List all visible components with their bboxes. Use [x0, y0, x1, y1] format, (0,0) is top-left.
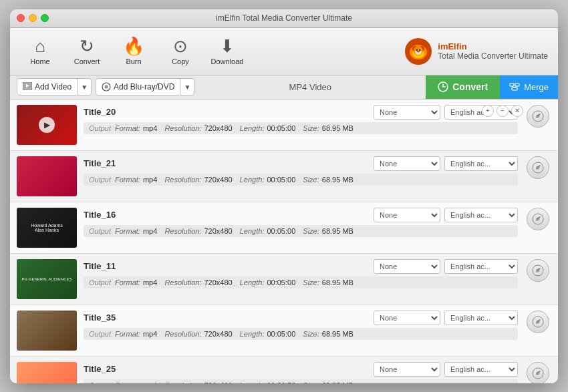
video-action	[525, 259, 551, 282]
edit-button[interactable]	[527, 259, 549, 282]
remove-ctrl-button[interactable]: −	[496, 105, 509, 117]
list-item: Title_21 None English ac... Output Forma…	[10, 151, 558, 202]
convert-label: Convert	[74, 57, 100, 65]
size-key: Size:	[303, 381, 319, 383]
maximize-button[interactable]	[41, 14, 49, 22]
video-thumbnail-3: PG GENERAL AUDIENCES	[17, 259, 77, 299]
output-label: Output	[89, 227, 111, 235]
add-bluray-dropdown-arrow[interactable]: ▼	[180, 79, 194, 95]
edit-button[interactable]	[527, 208, 549, 230]
edit-button[interactable]	[527, 311, 549, 333]
format-key: Format:	[115, 330, 140, 338]
audio-select[interactable]: English ac...	[444, 259, 518, 274]
length-key: Length:	[240, 381, 265, 383]
output-label: Output	[89, 176, 111, 184]
svg-rect-18	[512, 87, 517, 90]
resolution-key: Resolution:	[164, 278, 201, 286]
home-label: Home	[30, 57, 49, 65]
list-item: Title_35 None English ac... Output Forma…	[10, 305, 558, 357]
convert-button[interactable]: ↻ Convert	[63, 32, 110, 71]
add-video-button[interactable]: Add Video	[17, 79, 78, 95]
length-val: 00:02:53	[267, 381, 295, 383]
logo: imElfin Total Media Converter Ultimate	[404, 37, 548, 65]
burn-button[interactable]: 🔥 Burn	[110, 32, 157, 71]
svg-point-8	[419, 49, 421, 51]
copy-button[interactable]: ⊙ Copy	[157, 32, 204, 71]
subtitle-select[interactable]: None	[374, 362, 440, 377]
subtitle-select[interactable]: None	[374, 105, 440, 120]
add-ctrl-button[interactable]: +	[482, 105, 494, 117]
video-title: Title_11	[84, 261, 116, 271]
video-info-1: Title_21 None English ac... Output Forma…	[84, 156, 518, 186]
size-key: Size:	[303, 330, 319, 338]
edit-button[interactable]	[527, 362, 549, 383]
toolbar: ⌂ Home ↻ Convert 🔥 Burn ⊙ Copy ⬇ Downloa…	[10, 28, 558, 75]
minimize-button[interactable]	[29, 14, 37, 22]
edit-button[interactable]	[527, 105, 549, 128]
window-title: imElfin Total Media Converter Ultimate	[216, 13, 352, 23]
add-video-label: Add Video	[35, 82, 72, 91]
video-thumbnail-5	[17, 362, 77, 383]
video-title-row: Title_35 None English ac...	[84, 311, 518, 325]
video-selects: None English ac...	[374, 311, 518, 325]
size-val: 68.95 MB	[322, 330, 353, 338]
video-title: Title_20	[84, 107, 116, 117]
home-button[interactable]: ⌂ Home	[17, 32, 63, 71]
edit-icon	[532, 264, 544, 276]
burn-label: Burn	[126, 57, 141, 65]
length-key: Length:	[240, 227, 265, 235]
svg-point-9	[417, 51, 420, 52]
video-meta: Output Format: mp4 Resolution: 720x480 L…	[84, 174, 518, 186]
list-item: ▶ Title_20 None English ac... Output For…	[10, 100, 558, 151]
subtitle-select[interactable]: None	[374, 208, 440, 222]
video-list: ▶ Title_20 None English ac... Output For…	[10, 100, 558, 383]
logo-product: Total Media Converter Ultimate	[438, 51, 548, 61]
play-button[interactable]: ▶	[39, 117, 55, 133]
subtitle-select[interactable]: None	[374, 311, 440, 325]
audio-select[interactable]: English ac...	[444, 311, 518, 325]
download-icon: ⬇	[220, 37, 235, 55]
edit-button[interactable]	[527, 156, 549, 179]
add-video-dropdown-arrow[interactable]: ▼	[78, 79, 91, 95]
convert-button-action[interactable]: Convert	[426, 75, 500, 99]
download-button[interactable]: ⬇ Download	[204, 32, 251, 71]
audio-select[interactable]: English ac...	[444, 362, 518, 377]
close-button[interactable]	[17, 14, 25, 22]
edit-icon	[532, 213, 544, 225]
video-selects: None English ac...	[374, 156, 518, 171]
format-val: mp4	[143, 330, 157, 338]
resolution-val: 720x480	[204, 381, 232, 383]
output-label: Output	[89, 278, 111, 286]
video-thumbnail-1	[17, 156, 77, 196]
svg-rect-17	[515, 83, 519, 86]
output-label: Output	[89, 330, 111, 338]
video-meta: Output Format: mp4 Resolution: 720x480 L…	[84, 328, 518, 340]
format-key: Format:	[115, 176, 140, 184]
video-info-2: Title_16 None English ac... Output Forma…	[84, 208, 518, 237]
video-title-row: Title_16 None English ac...	[84, 208, 518, 222]
download-label: Download	[211, 57, 244, 65]
video-meta: Output Format: mp4 Resolution: 720x480 L…	[84, 276, 518, 288]
video-thumbnail-2: Howard AdamsAlan Hanks	[17, 208, 77, 248]
video-title: Title_16	[84, 210, 116, 220]
add-bluray-button[interactable]: Add Blu-ray/DVD	[96, 79, 180, 95]
main-window: imElfin Total Media Converter Ultimate ⌂…	[10, 9, 558, 383]
length-key: Length:	[240, 330, 265, 338]
list-item: Howard AdamsAlan Hanks Title_16 None Eng…	[10, 202, 558, 254]
audio-select[interactable]: English ac...	[444, 208, 518, 222]
video-selects: None English ac...	[374, 362, 518, 377]
audio-select[interactable]: English ac...	[444, 156, 518, 171]
resolution-key: Resolution:	[164, 330, 201, 338]
video-info-4: Title_35 None English ac... Output Forma…	[84, 311, 518, 340]
video-meta: Output Format: mp4 Resolution: 720x480 L…	[84, 225, 518, 237]
subtitle-select[interactable]: None	[374, 156, 440, 171]
merge-button[interactable]: Merge	[500, 75, 558, 99]
format-val: mp4	[143, 278, 157, 286]
video-action	[525, 362, 551, 383]
actionbar: Add Video ▼ Add Blu-ray/DVD ▼ MP4 Video …	[10, 75, 558, 100]
video-title: Title_35	[84, 313, 116, 323]
list-item: PG GENERAL AUDIENCES Title_11 None Engli…	[10, 254, 558, 305]
close-ctrl-button[interactable]: ✕	[511, 105, 523, 117]
size-key: Size:	[303, 227, 319, 235]
subtitle-select[interactable]: None	[374, 259, 440, 274]
